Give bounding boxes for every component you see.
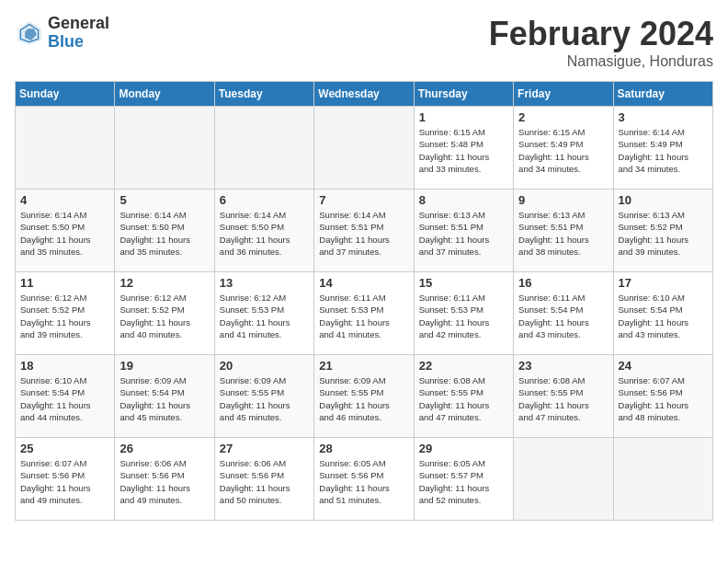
week-row-3: 11Sunrise: 6:12 AM Sunset: 5:52 PM Dayli… — [16, 272, 713, 355]
day-info: Sunrise: 6:15 AM Sunset: 5:49 PM Dayligh… — [518, 126, 608, 175]
day-info: Sunrise: 6:14 AM Sunset: 5:50 PM Dayligh… — [119, 209, 209, 258]
day-info: Sunrise: 6:11 AM Sunset: 5:53 PM Dayligh… — [319, 292, 408, 340]
calendar-cell: 24Sunrise: 6:07 AM Sunset: 5:56 PM Dayli… — [613, 355, 712, 438]
day-info: Sunrise: 6:12 AM Sunset: 5:53 PM Dayligh… — [220, 292, 309, 340]
calendar-cell — [514, 438, 613, 521]
calendar-cell: 7Sunrise: 6:14 AM Sunset: 5:51 PM Daylig… — [314, 190, 414, 272]
calendar-cell: 23Sunrise: 6:08 AM Sunset: 5:55 PM Dayli… — [514, 355, 613, 438]
weekday-header-sunday: Sunday — [16, 82, 115, 107]
day-info: Sunrise: 6:14 AM Sunset: 5:49 PM Dayligh… — [619, 126, 708, 175]
calendar-cell: 12Sunrise: 6:12 AM Sunset: 5:52 PM Dayli… — [115, 272, 214, 355]
day-number: 6 — [220, 193, 309, 207]
week-row-1: 1Sunrise: 6:15 AM Sunset: 5:48 PM Daylig… — [16, 107, 713, 190]
calendar-cell: 29Sunrise: 6:05 AM Sunset: 5:57 PM Dayli… — [414, 438, 513, 521]
day-number: 21 — [319, 359, 408, 373]
calendar-cell: 21Sunrise: 6:09 AM Sunset: 5:55 PM Dayli… — [314, 355, 414, 438]
calendar-table: SundayMondayTuesdayWednesdayThursdayFrid… — [15, 81, 713, 521]
day-info: Sunrise: 6:06 AM Sunset: 5:56 PM Dayligh… — [119, 457, 209, 506]
day-number: 7 — [319, 193, 408, 207]
day-info: Sunrise: 6:07 AM Sunset: 5:56 PM Dayligh… — [20, 457, 109, 506]
calendar-cell: 10Sunrise: 6:13 AM Sunset: 5:52 PM Dayli… — [613, 190, 712, 272]
week-row-4: 18Sunrise: 6:10 AM Sunset: 5:54 PM Dayli… — [16, 355, 713, 438]
calendar-cell: 16Sunrise: 6:11 AM Sunset: 5:54 PM Dayli… — [514, 272, 613, 355]
day-number: 12 — [119, 276, 209, 290]
logo-general-text: General — [48, 15, 109, 33]
day-info: Sunrise: 6:08 AM Sunset: 5:55 PM Dayligh… — [518, 374, 608, 423]
weekday-header-monday: Monday — [115, 82, 214, 107]
logo: General Blue — [15, 15, 109, 52]
day-info: Sunrise: 6:09 AM Sunset: 5:55 PM Dayligh… — [319, 374, 408, 423]
day-number: 16 — [518, 276, 608, 290]
day-info: Sunrise: 6:14 AM Sunset: 5:51 PM Dayligh… — [319, 209, 408, 258]
day-info: Sunrise: 6:07 AM Sunset: 5:56 PM Dayligh… — [619, 374, 708, 423]
day-info: Sunrise: 6:13 AM Sunset: 5:51 PM Dayligh… — [419, 209, 508, 258]
day-number: 5 — [119, 193, 209, 207]
day-info: Sunrise: 6:15 AM Sunset: 5:48 PM Dayligh… — [419, 126, 508, 175]
day-number: 22 — [419, 359, 508, 373]
weekday-header-saturday: Saturday — [613, 82, 712, 107]
day-number: 10 — [619, 193, 708, 207]
calendar-cell — [115, 107, 214, 190]
day-number: 23 — [518, 359, 608, 373]
calendar-cell: 22Sunrise: 6:08 AM Sunset: 5:55 PM Dayli… — [414, 355, 513, 438]
day-info: Sunrise: 6:08 AM Sunset: 5:55 PM Dayligh… — [419, 374, 508, 423]
week-row-2: 4Sunrise: 6:14 AM Sunset: 5:50 PM Daylig… — [16, 190, 713, 272]
calendar-cell: 17Sunrise: 6:10 AM Sunset: 5:54 PM Dayli… — [613, 272, 712, 355]
calendar-cell: 9Sunrise: 6:13 AM Sunset: 5:51 PM Daylig… — [514, 190, 613, 272]
day-number: 15 — [419, 276, 508, 290]
calendar-cell: 5Sunrise: 6:14 AM Sunset: 5:50 PM Daylig… — [115, 190, 214, 272]
calendar-cell: 8Sunrise: 6:13 AM Sunset: 5:51 PM Daylig… — [414, 190, 513, 272]
day-number: 17 — [619, 276, 708, 290]
day-number: 11 — [20, 276, 109, 290]
header: General Blue February 2024 Namasigue, Ho… — [15, 15, 713, 70]
calendar-cell: 2Sunrise: 6:15 AM Sunset: 5:49 PM Daylig… — [514, 107, 613, 190]
day-number: 13 — [220, 276, 309, 290]
day-info: Sunrise: 6:06 AM Sunset: 5:56 PM Dayligh… — [220, 457, 309, 506]
day-number: 19 — [119, 359, 209, 373]
calendar-cell: 1Sunrise: 6:15 AM Sunset: 5:48 PM Daylig… — [414, 107, 513, 190]
weekday-header-row: SundayMondayTuesdayWednesdayThursdayFrid… — [16, 82, 713, 107]
week-row-5: 25Sunrise: 6:07 AM Sunset: 5:56 PM Dayli… — [16, 438, 713, 521]
day-number: 18 — [20, 359, 109, 373]
day-number: 29 — [419, 442, 508, 455]
day-number: 2 — [518, 110, 608, 124]
logo-icon — [15, 18, 44, 48]
day-info: Sunrise: 6:05 AM Sunset: 5:57 PM Dayligh… — [419, 457, 508, 506]
calendar-cell: 3Sunrise: 6:14 AM Sunset: 5:49 PM Daylig… — [613, 107, 712, 190]
logo-text: General Blue — [48, 15, 109, 52]
day-info: Sunrise: 6:13 AM Sunset: 5:52 PM Dayligh… — [619, 209, 708, 258]
day-number: 14 — [319, 276, 408, 290]
calendar-cell — [214, 107, 313, 190]
calendar-body: 1Sunrise: 6:15 AM Sunset: 5:48 PM Daylig… — [16, 107, 713, 521]
calendar-cell: 28Sunrise: 6:05 AM Sunset: 5:56 PM Dayli… — [314, 438, 414, 521]
day-info: Sunrise: 6:14 AM Sunset: 5:50 PM Dayligh… — [220, 209, 309, 258]
location-title: Namasigue, Honduras — [489, 53, 713, 70]
day-info: Sunrise: 6:11 AM Sunset: 5:54 PM Dayligh… — [518, 292, 608, 340]
weekday-header-thursday: Thursday — [414, 82, 513, 107]
calendar-cell — [613, 438, 712, 521]
day-info: Sunrise: 6:09 AM Sunset: 5:54 PM Dayligh… — [119, 374, 209, 423]
day-number: 9 — [518, 193, 608, 207]
weekday-header-friday: Friday — [514, 82, 613, 107]
day-number: 25 — [20, 442, 109, 455]
calendar-cell: 25Sunrise: 6:07 AM Sunset: 5:56 PM Dayli… — [16, 438, 115, 521]
day-info: Sunrise: 6:11 AM Sunset: 5:53 PM Dayligh… — [419, 292, 508, 340]
day-number: 26 — [119, 442, 209, 455]
title-area: February 2024 Namasigue, Honduras — [489, 15, 713, 70]
weekday-header-wednesday: Wednesday — [314, 82, 414, 107]
day-info: Sunrise: 6:13 AM Sunset: 5:51 PM Dayligh… — [518, 209, 608, 258]
calendar-cell: 11Sunrise: 6:12 AM Sunset: 5:52 PM Dayli… — [16, 272, 115, 355]
day-number: 1 — [419, 110, 508, 124]
weekday-header-tuesday: Tuesday — [214, 82, 313, 107]
calendar-cell: 27Sunrise: 6:06 AM Sunset: 5:56 PM Dayli… — [214, 438, 313, 521]
day-info: Sunrise: 6:10 AM Sunset: 5:54 PM Dayligh… — [20, 374, 109, 423]
calendar-cell: 26Sunrise: 6:06 AM Sunset: 5:56 PM Dayli… — [115, 438, 214, 521]
day-info: Sunrise: 6:14 AM Sunset: 5:50 PM Dayligh… — [20, 209, 109, 258]
calendar-cell: 4Sunrise: 6:14 AM Sunset: 5:50 PM Daylig… — [16, 190, 115, 272]
day-number: 4 — [20, 193, 109, 207]
day-number: 24 — [619, 359, 708, 373]
day-info: Sunrise: 6:12 AM Sunset: 5:52 PM Dayligh… — [20, 292, 109, 340]
day-info: Sunrise: 6:12 AM Sunset: 5:52 PM Dayligh… — [119, 292, 209, 340]
month-title: February 2024 — [489, 15, 713, 53]
calendar-cell: 14Sunrise: 6:11 AM Sunset: 5:53 PM Dayli… — [314, 272, 414, 355]
